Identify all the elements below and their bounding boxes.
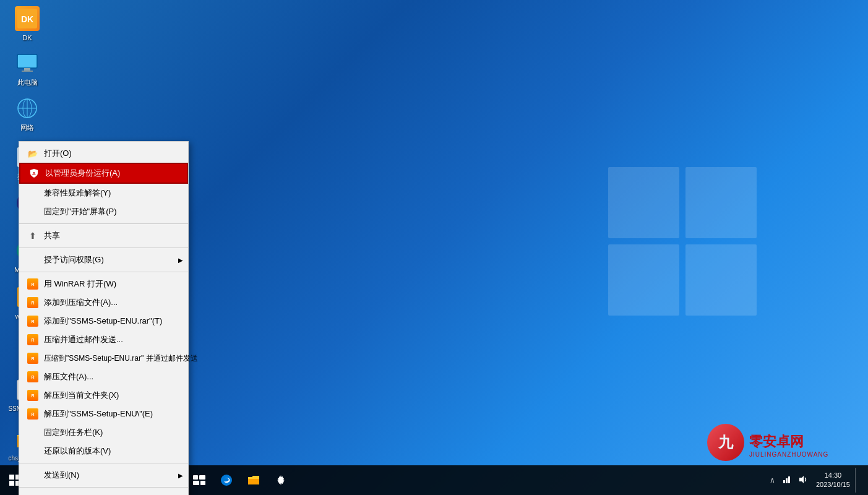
menu-item-add-archive[interactable]: R 添加到压缩文件(A)... <box>19 293 188 312</box>
menu-item-run-as-admin[interactable]: A 以管理员身份运行(A) <box>19 163 188 184</box>
svg-marker-46 <box>799 476 804 483</box>
rar-send-icon: R <box>27 334 39 346</box>
svg-rect-45 <box>788 476 790 483</box>
network-label: 网络 <box>20 123 34 132</box>
rar-extract-cur-icon: R <box>27 389 39 402</box>
menu-item-restore[interactable]: 还原以前的版本(V) <box>19 442 188 460</box>
menu-item-pin-taskbar[interactable]: 固定到任务栏(K) <box>19 423 188 442</box>
menu-sep-1 <box>19 223 188 224</box>
menu-extract-folder-label: 解压到"SSMS-Setup-ENU\"(E) <box>44 408 153 420</box>
menu-pin-start-label: 固定到"开始"屏幕(P) <box>44 206 117 217</box>
rar-archive-icon: R <box>27 296 39 309</box>
svg-rect-38 <box>193 481 199 485</box>
network-tray-icon <box>783 475 791 484</box>
access-icon <box>27 254 39 266</box>
svg-rect-41 <box>248 479 259 484</box>
menu-item-send-to[interactable]: 发送到(N) ▶ <box>19 466 188 484</box>
svg-rect-0 <box>608 167 679 238</box>
tray-network[interactable] <box>779 475 795 485</box>
menu-sep-2 <box>19 248 188 248</box>
file-explorer-button[interactable] <box>240 465 267 495</box>
dk-icon: DK <box>15 6 40 31</box>
svg-rect-2 <box>608 244 679 316</box>
menu-item-grant-access[interactable]: 授予访问权限(G) ▶ <box>19 251 188 269</box>
menu-item-compat[interactable]: 兼容性疑难解答(Y) <box>19 184 188 202</box>
desktop: DK DK 此电脑 网络 <box>0 0 868 495</box>
explorer-icon <box>247 475 260 486</box>
edge-icon <box>220 474 233 486</box>
svg-rect-8 <box>24 68 30 71</box>
desktop-icon-dk[interactable]: DK DK <box>5 6 49 42</box>
menu-sep-5 <box>19 487 188 488</box>
menu-sep-3 <box>19 272 188 272</box>
edge-button[interactable] <box>213 465 240 495</box>
menu-compat-label: 兼容性疑难解答(Y) <box>44 187 111 199</box>
svg-rect-39 <box>200 481 205 485</box>
folder-open-icon: 📂 <box>27 147 39 160</box>
svg-rect-9 <box>22 71 33 72</box>
tray-icons[interactable]: ∧ <box>766 476 779 484</box>
tray-volume[interactable] <box>795 475 811 485</box>
menu-archive-label: 添加到压缩文件(A)... <box>44 297 118 308</box>
rar-send2-icon: R <box>27 352 39 364</box>
menu-item-extract-cur[interactable]: R 解压到当前文件夹(X) <box>19 386 188 405</box>
show-desktop-button[interactable] <box>855 468 863 493</box>
svg-rect-43 <box>783 480 785 483</box>
menu-item-extract-here[interactable]: R 解压文件(A)... <box>19 368 188 386</box>
menu-ssms-rar-label: 添加到"SSMS-Setup-ENU.rar"(T) <box>44 316 162 327</box>
settings-icon <box>275 474 287 486</box>
menu-item-compress-send2[interactable]: R 压缩到"SSMS-Setup-ENU.rar" 并通过邮件发送 <box>19 349 188 368</box>
menu-item-pin-start[interactable]: 固定到"开始"屏幕(P) <box>19 202 188 221</box>
tray-date-display: 2023/10/15 <box>816 480 850 489</box>
rar-open-icon: R <box>27 278 39 290</box>
menu-item-compress-send[interactable]: R 压缩并通过邮件发送... <box>19 330 188 349</box>
menu-item-extract-folder[interactable]: R 解压到"SSMS-Setup-ENU\"(E) <box>19 405 188 423</box>
compat-icon <box>27 187 39 199</box>
tray-clock[interactable]: 14:30 2023/10/15 <box>811 468 855 493</box>
task-view-icon <box>193 475 205 485</box>
rar-extract-folder-icon: R <box>27 408 39 420</box>
system-tray: ∧ 14:30 2023/10/15 <box>766 468 868 493</box>
svg-rect-44 <box>786 478 788 483</box>
rar-ssms-icon: R <box>27 315 39 327</box>
menu-item-add-ssms-rar[interactable]: R 添加到"SSMS-Setup-ENU.rar"(T) <box>19 312 188 330</box>
svg-text:DK: DK <box>21 14 33 24</box>
svg-rect-3 <box>685 244 757 316</box>
task-view-button[interactable] <box>186 465 213 495</box>
menu-access-label: 授予访问权限(G) <box>44 254 104 265</box>
pc-icon <box>15 51 40 75</box>
menu-send-to-label: 发送到(N) <box>44 470 79 481</box>
watermark-name: 零安卓网 <box>749 433 828 451</box>
desktop-icon-pc[interactable]: 此电脑 <box>5 51 49 87</box>
shield-run-icon: A <box>28 167 40 179</box>
tray-time-display: 14:30 <box>816 471 850 480</box>
context-menu: 📂 打开(O) A 以管理员身份运行(A) 兼容性疑难解答(Y) 固定到"开始"… <box>19 141 189 495</box>
menu-item-share[interactable]: ⬆ 共享 <box>19 226 188 245</box>
svg-text:A: A <box>32 171 36 176</box>
svg-rect-6 <box>17 54 37 68</box>
windows-logo <box>602 161 763 322</box>
settings-button[interactable] <box>267 465 294 495</box>
send-to-arrow-icon: ▶ <box>178 472 183 479</box>
watermark-circle: 九 <box>707 424 744 461</box>
menu-share-label: 共享 <box>44 230 60 241</box>
pin-start-icon <box>27 205 39 218</box>
svg-rect-37 <box>199 475 205 480</box>
menu-admin-label: 以管理员身份运行(A) <box>45 168 120 179</box>
menu-item-cut[interactable]: 剪切(T) <box>19 490 188 495</box>
watermark-text: 零安卓网 JIULINGANZHUOWANG <box>749 428 828 458</box>
menu-sep-4 <box>19 463 188 463</box>
watermark-circle-text: 九 <box>718 433 733 452</box>
menu-item-winrar-open[interactable]: R 用 WinRAR 打开(W) <box>19 275 188 293</box>
watermark: 九 零安卓网 JIULINGANZHUOWANG <box>707 424 831 461</box>
desktop-icon-network[interactable]: 网络 <box>5 96 49 132</box>
menu-restore-label: 还原以前的版本(V) <box>44 446 111 457</box>
menu-extract-cur-label: 解压到当前文件夹(X) <box>44 390 119 401</box>
menu-open-label: 打开(O) <box>44 148 72 159</box>
menu-item-open[interactable]: 📂 打开(O) <box>19 144 188 163</box>
menu-compress-send2-label: 压缩到"SSMS-Setup-ENU.rar" 并通过邮件发送 <box>44 353 198 364</box>
share-icon: ⬆ <box>27 230 39 242</box>
pc-label: 此电脑 <box>17 78 38 87</box>
access-arrow-icon: ▶ <box>178 257 183 264</box>
menu-compress-send-label: 压缩并通过邮件发送... <box>44 334 123 345</box>
